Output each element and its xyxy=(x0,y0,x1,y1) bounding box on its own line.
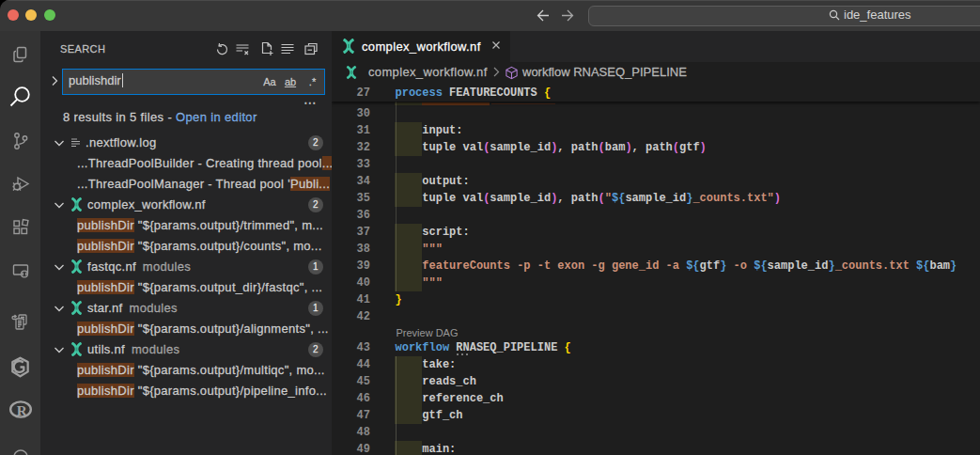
svg-text:R: R xyxy=(16,403,27,419)
